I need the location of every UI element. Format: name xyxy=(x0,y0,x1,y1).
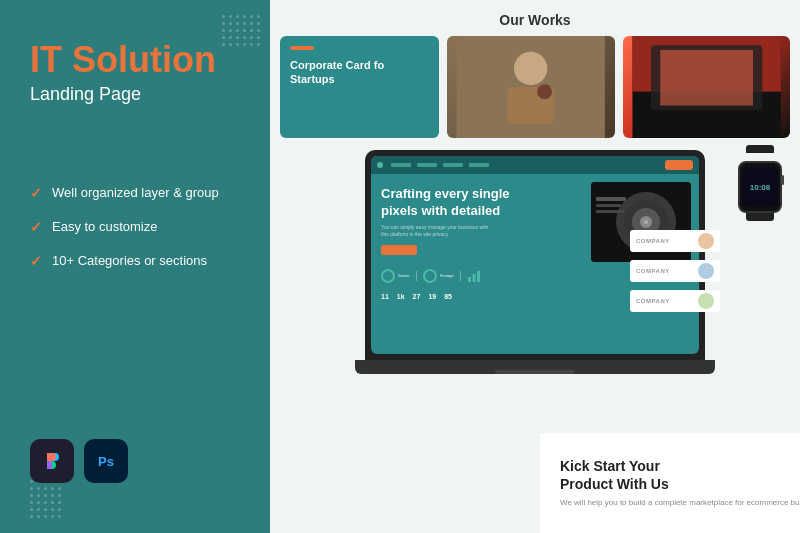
num-val-1: 11 xyxy=(381,293,389,300)
check-icon-1: ✓ xyxy=(30,185,42,201)
bottom-subtitle: We will help you to build a complete mar… xyxy=(560,497,800,509)
left-panel: IT Solution Landing Page ✓ Well organize… xyxy=(0,0,270,533)
subtitle: Landing Page xyxy=(30,84,240,105)
hero-btn xyxy=(381,245,417,255)
right-panel: Our Works Corporate Card fo Startups xyxy=(270,0,800,533)
watch-body: 10:08 xyxy=(738,161,782,213)
company-row-1: COMPANY xyxy=(630,230,720,252)
app-title: IT Solution Landing Page xyxy=(30,40,240,105)
nav-link-3 xyxy=(443,163,463,167)
watch-screen: 10:08 xyxy=(742,167,778,207)
nav-links xyxy=(391,163,489,167)
company-logos: COMPANY COMPANY COMPANY xyxy=(630,230,720,320)
company-row-2: COMPANY xyxy=(630,260,720,282)
company-name-3: COMPANY xyxy=(636,298,670,304)
watch-button xyxy=(781,175,784,185)
stat-text-1: Server xyxy=(398,273,410,278)
watch-time: 10:08 xyxy=(750,183,770,192)
feature-item-3: ✓ 10+ Categories or sections xyxy=(30,253,240,269)
features-list: ✓ Well organized layer & group ✓ Easy to… xyxy=(30,185,240,269)
company-avatar-3 xyxy=(698,293,714,309)
feature-label-3: 10+ Categories or sections xyxy=(52,253,207,268)
svg-rect-11 xyxy=(660,50,753,106)
work-card-title-1: Corporate Card fo Startups xyxy=(290,58,429,87)
feature-label-1: Well organized layer & group xyxy=(52,185,219,200)
title-it: IT Solution xyxy=(30,40,240,80)
people-image xyxy=(447,36,614,138)
nav-link-4 xyxy=(469,163,489,167)
check-icon-2: ✓ xyxy=(30,219,42,235)
svg-rect-2 xyxy=(47,461,52,469)
stat-divider-2 xyxy=(460,271,461,281)
bottom-section: Kick Start Your Product With Us We will … xyxy=(540,433,800,533)
stat-text-2: Storage xyxy=(440,273,454,278)
num-item-4: 19 xyxy=(428,293,436,300)
svg-point-17 xyxy=(644,220,648,224)
our-works-header: Our Works xyxy=(270,0,800,36)
stat-circle-2 xyxy=(423,269,437,283)
num-item-5: 85 xyxy=(444,293,452,300)
laptop-nav xyxy=(371,156,699,174)
num-item-1: 11 xyxy=(381,293,389,300)
watch-strap-top xyxy=(746,145,774,153)
stat-item-2: Storage xyxy=(423,269,454,283)
num-val-2: 1k xyxy=(397,293,405,300)
watch-strap-bottom xyxy=(746,213,774,221)
stat-divider-1 xyxy=(416,271,417,281)
company-avatar-2 xyxy=(698,263,714,279)
num-item-3: 27 xyxy=(413,293,421,300)
company-name-1: COMPANY xyxy=(636,238,670,244)
svg-rect-23 xyxy=(477,271,480,282)
svg-point-5 xyxy=(514,52,547,85)
check-icon-3: ✓ xyxy=(30,253,42,269)
people-image-svg xyxy=(447,36,614,138)
svg-rect-18 xyxy=(596,197,626,201)
laptop-area: Crafting every single pixels with detail… xyxy=(270,130,800,410)
smartwatch: 10:08 xyxy=(730,145,790,230)
work-card-accent xyxy=(290,46,314,50)
nav-link-2 xyxy=(417,163,437,167)
our-works-label: Our Works xyxy=(499,12,570,28)
figma-icon xyxy=(41,450,63,472)
svg-rect-19 xyxy=(596,204,621,207)
feature-label-2: Easy to customize xyxy=(52,219,158,234)
nav-cta-btn xyxy=(665,160,693,170)
company-name-2: COMPANY xyxy=(636,268,670,274)
svg-rect-21 xyxy=(468,277,471,282)
work-card-3 xyxy=(623,36,790,138)
hero-title: Crafting every single pixels with detail… xyxy=(381,186,511,220)
laptop-image xyxy=(623,36,790,138)
work-card-2 xyxy=(447,36,614,138)
bottom-content: Kick Start Your Product With Us We will … xyxy=(560,457,800,509)
stat-item-1: Server xyxy=(381,269,410,283)
num-val-5: 85 xyxy=(444,293,452,300)
svg-point-7 xyxy=(538,84,553,99)
feature-item-1: ✓ Well organized layer & group xyxy=(30,185,240,201)
tools-row: Ps xyxy=(30,439,128,483)
company-row-3: COMPANY xyxy=(630,290,720,312)
bottom-title: Kick Start Your Product With Us xyxy=(560,457,800,493)
nav-link-1 xyxy=(391,163,411,167)
ps-badge: Ps xyxy=(84,439,128,483)
laptop-base xyxy=(355,360,715,374)
stat-item-3 xyxy=(467,269,481,283)
hero-subtitle: You can simply easy manage your business… xyxy=(381,224,491,239)
svg-rect-22 xyxy=(472,274,475,282)
laptop-image-svg xyxy=(623,36,790,138)
num-val-3: 27 xyxy=(413,293,421,300)
ps-label: Ps xyxy=(98,454,114,469)
work-card-1: Corporate Card fo Startups xyxy=(280,36,439,138)
nav-logo-dot xyxy=(377,162,383,168)
figma-badge xyxy=(30,439,74,483)
num-val-4: 19 xyxy=(428,293,436,300)
feature-item-2: ✓ Easy to customize xyxy=(30,219,240,235)
svg-rect-20 xyxy=(596,210,624,213)
chart-icon xyxy=(467,269,481,283)
company-avatar-1 xyxy=(698,233,714,249)
stat-circle-1 xyxy=(381,269,395,283)
num-item-2: 1k xyxy=(397,293,405,300)
